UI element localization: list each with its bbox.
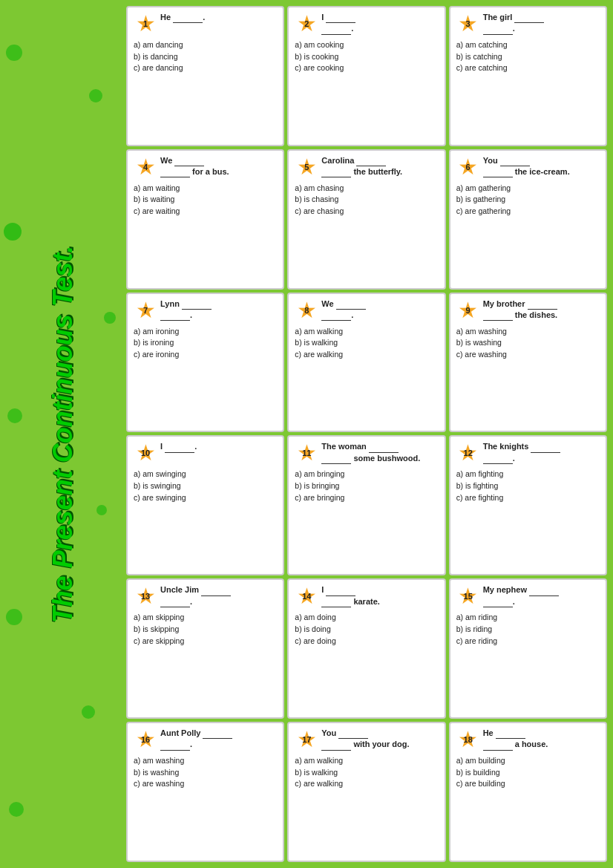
blank-line xyxy=(483,166,513,177)
card-8-option-2: b) is walking xyxy=(295,338,438,348)
star-17: ★17 xyxy=(295,728,318,751)
blank-line xyxy=(528,298,557,310)
card-14-option-3: c) are doing xyxy=(295,636,438,647)
blank-line xyxy=(326,12,355,23)
card-1-header: ★1He . xyxy=(134,12,277,36)
card-10: ★10I .a) am swingingb) is swingingc) are… xyxy=(126,435,284,575)
card-6-option-3: c) are gathering xyxy=(456,206,600,217)
blank-line xyxy=(182,298,212,310)
card-18-options: a) am buildingb) is buildingc) are build… xyxy=(456,756,600,789)
card-6-option-1: a) am gathering xyxy=(456,183,600,194)
grid-row-3: ★7Lynn .a) am ironingb) is ironingc) are… xyxy=(126,293,607,433)
card-11-header: ★11The woman some bushwood. xyxy=(295,441,438,465)
star-13: ★13 xyxy=(134,584,157,608)
star-6: ★6 xyxy=(456,155,480,179)
card-4-options: a) am waitingb) is waitingc) are waiting xyxy=(134,183,277,217)
card-3-option-1: a) am catching xyxy=(456,40,600,50)
star-9: ★9 xyxy=(456,298,480,322)
blank-line xyxy=(321,310,351,321)
card-10-option-1: a) am swinging xyxy=(134,469,277,480)
star-number-1: 1 xyxy=(143,19,148,28)
card-17: ★17You with your dog.a) am walkingb) is … xyxy=(287,722,445,862)
card-1-option-2: b) is dancing xyxy=(134,52,277,62)
blank-line xyxy=(173,12,203,23)
blank-line xyxy=(483,310,513,321)
card-7-prompt: Lynn . xyxy=(160,298,277,322)
card-12-prompt: The knights . xyxy=(483,441,600,464)
card-15: ★15My nephew .a) am ridingb) is ridingc)… xyxy=(449,578,607,719)
card-16-header: ★16Aunt Polly . xyxy=(134,728,277,751)
card-5-header: ★5Carolina the butterfly. xyxy=(295,155,438,179)
card-7-option-3: c) are ironing xyxy=(134,350,277,360)
star-number-3: 3 xyxy=(466,19,471,28)
blank-line xyxy=(321,23,351,34)
card-8-header: ★8We . xyxy=(295,298,438,322)
card-4-header: ★4We for a bus. xyxy=(134,155,277,179)
grid-row-6: ★16Aunt Polly .a) am washingb) is washin… xyxy=(126,722,607,862)
card-6-option-2: b) is gathering xyxy=(456,195,600,205)
blank-line xyxy=(165,441,194,452)
star-number-9: 9 xyxy=(466,306,471,315)
card-6-options: a) am gatheringb) is gatheringc) are gat… xyxy=(456,183,600,217)
card-12-option-2: b) is fighting xyxy=(456,481,600,492)
card-2: ★2I .a) am cookingb) is cookingc) are co… xyxy=(287,6,445,146)
card-3-option-2: b) is catching xyxy=(456,52,600,62)
card-4-option-2: b) is waiting xyxy=(134,195,277,205)
star-number-10: 10 xyxy=(141,449,150,458)
card-5-option-3: c) are chasing xyxy=(295,206,438,217)
grid-row-5: ★13Uncle Jim .a) am skippingb) is skippi… xyxy=(126,578,607,719)
star-4: ★4 xyxy=(134,155,157,179)
card-8: ★8We .a) am walkingb) is walkingc) are w… xyxy=(287,293,445,433)
card-8-option-1: a) am walking xyxy=(295,327,438,337)
card-18-option-1: a) am building xyxy=(456,756,600,766)
main-content: ★1He .a) am dancingb) is dancingc) are d… xyxy=(126,0,613,868)
star-number-8: 8 xyxy=(304,306,309,315)
star-number-12: 12 xyxy=(464,449,473,458)
card-13-option-3: c) are skipping xyxy=(134,636,277,647)
blank-line xyxy=(336,298,366,310)
star-14: ★14 xyxy=(295,584,318,608)
card-16-option-2: b) is washing xyxy=(134,768,277,778)
card-2-options: a) am cookingb) is cookingc) are cooking xyxy=(295,40,438,74)
card-15-options: a) am ridingb) is ridingc) are riding xyxy=(456,613,600,646)
card-6-header: ★6You the ice-cream. xyxy=(456,155,600,179)
star-5: ★5 xyxy=(295,155,318,179)
blank-line xyxy=(160,166,190,177)
blank-line xyxy=(483,23,513,34)
grid-row-2: ★4We for a bus.a) am waitingb) is waitin… xyxy=(126,149,607,290)
star-number-11: 11 xyxy=(302,449,311,458)
blank-line xyxy=(160,739,190,750)
card-18: ★18He a house.a) am buildingb) is buildi… xyxy=(449,722,607,862)
star-18: ★18 xyxy=(456,728,480,751)
card-11-option-2: b) is bringing xyxy=(295,481,438,492)
blank-line xyxy=(483,739,513,750)
card-3-option-3: c) are catching xyxy=(456,63,600,74)
card-17-prompt: You with your dog. xyxy=(321,728,438,751)
star-number-16: 16 xyxy=(141,735,150,744)
card-17-header: ★17You with your dog. xyxy=(295,728,438,751)
blank-line xyxy=(201,584,231,595)
card-7-option-2: b) is ironing xyxy=(134,338,277,348)
blank-line xyxy=(369,441,399,452)
card-10-header: ★10I . xyxy=(134,441,277,465)
blank-line xyxy=(321,166,351,177)
star-number-5: 5 xyxy=(304,163,309,172)
card-17-option-1: a) am walking xyxy=(295,756,438,766)
card-16-option-1: a) am washing xyxy=(134,756,277,766)
card-14-prompt: I karate. xyxy=(321,584,438,607)
card-18-option-3: c) are building xyxy=(456,779,600,789)
card-9-prompt: My brother the dishes. xyxy=(483,298,600,322)
card-2-option-2: b) is cooking xyxy=(295,52,438,62)
card-16-options: a) am washingb) is washingc) are washing xyxy=(134,756,277,789)
card-7-header: ★7Lynn . xyxy=(134,298,277,322)
card-13-header: ★13Uncle Jim . xyxy=(134,584,277,608)
star-10: ★10 xyxy=(134,441,157,465)
card-3-prompt: The girl . xyxy=(483,12,600,35)
card-15-header: ★15My nephew . xyxy=(456,584,600,608)
card-8-options: a) am walkingb) is walkingc) are walking xyxy=(295,327,438,360)
card-17-options: a) am walkingb) is walkingc) are walking xyxy=(295,756,438,789)
star-8: ★8 xyxy=(295,298,318,322)
card-2-header: ★2I . xyxy=(295,12,438,36)
card-18-header: ★18He a house. xyxy=(456,728,600,751)
card-1-options: a) am dancingb) is dancingc) are dancing xyxy=(134,40,277,74)
